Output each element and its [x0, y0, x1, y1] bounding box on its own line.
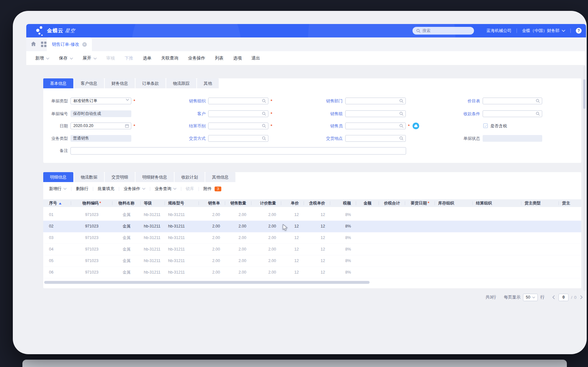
detail-add-row-button[interactable]: 新增行 [49, 186, 67, 192]
detail-tab-logistics-data[interactable]: 物流数据 [74, 172, 104, 182]
column-header-6[interactable]: 销售单 [199, 199, 225, 207]
delivery-place-field[interactable] [345, 135, 406, 142]
horizontal-scrollbar[interactable] [44, 281, 370, 284]
search-icon[interactable] [399, 136, 404, 140]
customer-label[interactable]: 客户 [158, 110, 206, 117]
salesperson-field[interactable] [345, 123, 406, 129]
salesperson-label[interactable]: 销售员 [295, 123, 343, 129]
detail-tab-other-info[interactable]: 其他信息 [205, 172, 235, 182]
account-menu[interactable]: 金蝶（中国）财务部 [522, 28, 565, 34]
column-header-11[interactable]: 税额 [330, 199, 356, 207]
column-header-12[interactable]: 金额 [356, 199, 379, 207]
column-header-14[interactable]: 要货日期* [405, 199, 435, 207]
price-list-field[interactable] [483, 98, 542, 104]
home-icon[interactable] [31, 41, 36, 46]
table-row-03[interactable]: 03971023金属hb-31211hb-312112.002.002.0012… [43, 232, 581, 244]
table-row-05[interactable]: 05971023金属hb-31211hb-312112.002.002.0012… [43, 255, 581, 267]
help-button[interactable]: ? [576, 28, 582, 34]
form-tab-finance-info[interactable]: 财务信息 [105, 78, 135, 88]
calendar-icon[interactable] [125, 124, 129, 128]
table-row-01[interactable]: 01971023金属hb-31211hb-312112.002.002.0012… [43, 209, 581, 221]
customer-field[interactable] [208, 110, 268, 117]
apps-grid-icon[interactable] [41, 42, 46, 47]
search-icon[interactable] [262, 99, 266, 103]
detail-business-operation-button[interactable]: 业务操作 [124, 186, 145, 192]
column-header-8[interactable]: 计价数量 [251, 199, 281, 207]
column-header-18[interactable]: 货主 [559, 199, 581, 207]
detail-tab-receipt-plan[interactable]: 收款计划 [175, 172, 205, 182]
delivery-place-label[interactable]: 交货地点 [295, 135, 343, 142]
sales-dept-field[interactable] [345, 98, 406, 104]
close-icon[interactable]: ✕ [82, 42, 87, 47]
column-header-7[interactable]: 销售数量 [225, 199, 251, 207]
next-page-icon[interactable] [580, 295, 583, 299]
form-tab-customer-info[interactable]: 客户信息 [74, 78, 104, 88]
sales-dept-label[interactable]: 销售部门 [295, 98, 343, 104]
form-tab-basic-info[interactable]: 基本信息 [43, 78, 73, 88]
search-icon[interactable] [536, 112, 540, 116]
payment-terms-field[interactable] [483, 110, 542, 117]
detail-business-query-button[interactable]: 业务查询 [155, 186, 176, 192]
toolbar-options-button[interactable]: 选项 [233, 55, 242, 61]
column-header-16[interactable]: 结算组织 [473, 199, 521, 207]
detail-delete-row-button[interactable]: 删除行 [76, 186, 88, 192]
table-row-02[interactable]: 02971023金属hb-31211hb-312112.002.002.0012… [43, 221, 581, 232]
price-list-label[interactable]: 价目表 [432, 98, 480, 104]
form-tab-logistics-tracking[interactable]: 物流跟踪 [166, 78, 196, 88]
toolbar-save-button[interactable]: 保存 [59, 55, 73, 61]
delivery-method-label[interactable]: 交货方式 [158, 135, 206, 142]
column-header-3[interactable]: 物料名称 [112, 199, 141, 207]
remark-field[interactable] [70, 147, 406, 155]
form-tab-order-terms[interactable]: 订单条款 [135, 78, 166, 88]
settlement-currency-label[interactable]: 结算币别 [158, 123, 206, 129]
detail-tab-detail-finance-info[interactable]: 明细财务信息 [135, 172, 174, 182]
page-size-select[interactable]: 50 [523, 294, 538, 301]
toolbar-pick-order-button[interactable]: 选单 [143, 55, 151, 61]
payment-terms-label[interactable]: 收款条件 [432, 110, 480, 117]
search-icon[interactable] [262, 136, 266, 140]
column-header-10[interactable]: 含税单价 [304, 199, 330, 207]
vertical-scrollbar[interactable] [583, 79, 585, 109]
search-icon[interactable] [262, 124, 266, 128]
search-icon[interactable] [399, 124, 404, 128]
table-row-06[interactable]: 06971023金属hb-31211hb-312112.002.002.0012… [43, 267, 581, 278]
form-tab-other[interactable]: 其他 [197, 78, 219, 88]
search-icon[interactable] [536, 99, 540, 103]
column-header-2[interactable]: 物料编码* [71, 199, 112, 207]
column-header-13[interactable]: 价税合计 [379, 199, 405, 207]
tax-included-checkbox[interactable] [483, 124, 488, 128]
open-page-tab[interactable]: 销售订单-修改 ✕ [47, 37, 92, 51]
column-header-17[interactable]: 货主类型 [521, 199, 559, 207]
toolbar-new-button[interactable]: 新增 [35, 55, 49, 61]
prev-page-icon[interactable] [552, 295, 555, 299]
sales-org-label[interactable]: 销售组织 [158, 98, 206, 104]
column-header-5[interactable]: 规格型号 [165, 199, 199, 207]
delivery-method-field[interactable] [208, 135, 268, 142]
toolbar-list-button[interactable]: 列表 [215, 55, 224, 61]
column-header-1[interactable]: 序号 [43, 199, 71, 207]
detail-tab-delivery-detail[interactable]: 交货明细 [105, 172, 135, 182]
toolbar-exit-button[interactable]: 退出 [251, 55, 260, 61]
sales-group-field[interactable] [345, 110, 406, 117]
toolbar-business-operation-button[interactable]: 业务操作 [188, 55, 205, 61]
column-header-9[interactable]: 单价 [281, 199, 304, 207]
table-row-04[interactable]: 04971023金属hb-31211hb-312112.002.002.0012… [43, 244, 581, 255]
page-number-input[interactable]: 0 [559, 294, 568, 301]
global-search-input[interactable]: 搜索 [412, 27, 474, 35]
date-field[interactable]: 2020.03.20 [70, 123, 131, 129]
chevron-down-icon[interactable] [126, 99, 129, 101]
cloud-sync-icon[interactable] [412, 123, 419, 129]
column-header-4[interactable]: 等级 [141, 199, 165, 207]
sales-org-field[interactable] [208, 98, 268, 104]
search-icon[interactable] [399, 112, 404, 116]
search-icon[interactable] [399, 99, 404, 103]
detail-attachment-button[interactable]: 附件3 [203, 186, 221, 192]
toolbar-expand-button[interactable]: 展开 [83, 55, 97, 61]
bill-type-field[interactable]: 标准销售订单 [70, 98, 131, 104]
settlement-currency-field[interactable] [208, 123, 268, 129]
detail-tab-detail-info[interactable]: 明细信息 [43, 172, 73, 182]
sales-group-label[interactable]: 销售组 [295, 110, 343, 117]
toolbar-related-query-button[interactable]: 关联查询 [161, 55, 178, 61]
search-icon[interactable] [262, 112, 266, 116]
detail-batch-fill-button[interactable]: 批量填充 [98, 186, 114, 192]
